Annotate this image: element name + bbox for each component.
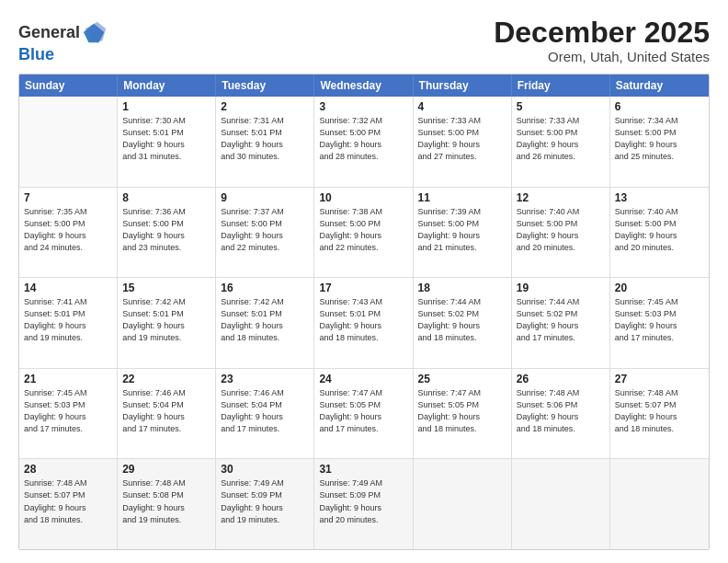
calendar-cell: 12Sunrise: 7:40 AMSunset: 5:00 PMDayligh… — [512, 188, 610, 278]
header-day-tuesday: Tuesday — [216, 75, 314, 97]
day-info: Sunrise: 7:49 AMSunset: 5:09 PMDaylight:… — [319, 477, 407, 525]
calendar-cell: 25Sunrise: 7:47 AMSunset: 5:05 PMDayligh… — [414, 369, 512, 459]
calendar-cell: 7Sunrise: 7:35 AMSunset: 5:00 PMDaylight… — [19, 188, 118, 278]
calendar-cell: 30Sunrise: 7:49 AMSunset: 5:09 PMDayligh… — [216, 459, 314, 549]
calendar-cell: 18Sunrise: 7:44 AMSunset: 5:02 PMDayligh… — [414, 278, 512, 368]
day-number: 25 — [418, 373, 506, 385]
calendar-header: SundayMondayTuesdayWednesdayThursdayFrid… — [19, 75, 709, 97]
day-info: Sunrise: 7:42 AMSunset: 5:01 PMDaylight:… — [122, 296, 210, 344]
header-day-thursday: Thursday — [414, 75, 512, 97]
calendar-cell: 21Sunrise: 7:45 AMSunset: 5:03 PMDayligh… — [19, 369, 118, 459]
day-number: 12 — [517, 191, 605, 204]
day-info: Sunrise: 7:47 AMSunset: 5:05 PMDaylight:… — [319, 387, 407, 435]
day-info: Sunrise: 7:41 AMSunset: 5:01 PMDaylight:… — [24, 296, 112, 344]
day-number: 18 — [418, 282, 506, 294]
day-number: 9 — [221, 191, 309, 204]
day-number: 19 — [517, 282, 605, 294]
calendar-cell — [512, 459, 610, 549]
calendar-cell: 1Sunrise: 7:30 AMSunset: 5:01 PMDaylight… — [118, 97, 216, 187]
day-number: 23 — [221, 373, 309, 385]
header-day-wednesday: Wednesday — [314, 75, 413, 97]
title-block: December 2025 Orem, Utah, United States — [494, 17, 710, 64]
day-number: 31 — [319, 463, 407, 476]
calendar-cell: 31Sunrise: 7:49 AMSunset: 5:09 PMDayligh… — [314, 459, 413, 549]
day-info: Sunrise: 7:46 AMSunset: 5:04 PMDaylight:… — [122, 387, 210, 435]
calendar-cell: 28Sunrise: 7:48 AMSunset: 5:07 PMDayligh… — [19, 459, 118, 549]
day-info: Sunrise: 7:42 AMSunset: 5:01 PMDaylight:… — [221, 296, 309, 344]
day-number: 2 — [221, 100, 309, 113]
calendar-cell: 3Sunrise: 7:32 AMSunset: 5:00 PMDaylight… — [314, 97, 413, 187]
calendar-cell: 22Sunrise: 7:46 AMSunset: 5:04 PMDayligh… — [118, 369, 216, 459]
calendar-cell: 16Sunrise: 7:42 AMSunset: 5:01 PMDayligh… — [216, 278, 314, 368]
calendar-cell: 10Sunrise: 7:38 AMSunset: 5:00 PMDayligh… — [314, 188, 413, 278]
logo-blue: Blue — [18, 46, 108, 64]
calendar: SundayMondayTuesdayWednesdayThursdayFrid… — [18, 74, 710, 550]
day-number: 7 — [24, 191, 112, 204]
calendar-cell: 24Sunrise: 7:47 AMSunset: 5:05 PMDayligh… — [314, 369, 413, 459]
day-number: 20 — [615, 282, 704, 294]
day-number: 1 — [122, 100, 210, 113]
calendar-cell: 23Sunrise: 7:46 AMSunset: 5:04 PMDayligh… — [216, 369, 314, 459]
day-info: Sunrise: 7:49 AMSunset: 5:09 PMDaylight:… — [221, 477, 309, 525]
day-number: 22 — [122, 373, 210, 385]
calendar-cell: 9Sunrise: 7:37 AMSunset: 5:00 PMDaylight… — [216, 188, 314, 278]
day-number: 28 — [24, 463, 112, 476]
calendar-row-5: 28Sunrise: 7:48 AMSunset: 5:07 PMDayligh… — [19, 459, 709, 549]
calendar-cell: 15Sunrise: 7:42 AMSunset: 5:01 PMDayligh… — [118, 278, 216, 368]
calendar-cell: 29Sunrise: 7:48 AMSunset: 5:08 PMDayligh… — [118, 459, 216, 549]
header-day-sunday: Sunday — [19, 75, 118, 97]
calendar-cell: 26Sunrise: 7:48 AMSunset: 5:06 PMDayligh… — [512, 369, 610, 459]
day-info: Sunrise: 7:39 AMSunset: 5:00 PMDaylight:… — [418, 206, 506, 254]
day-info: Sunrise: 7:38 AMSunset: 5:00 PMDaylight:… — [319, 206, 407, 254]
day-info: Sunrise: 7:31 AMSunset: 5:01 PMDaylight:… — [221, 115, 309, 163]
day-number: 6 — [615, 100, 704, 113]
calendar-cell: 14Sunrise: 7:41 AMSunset: 5:01 PMDayligh… — [19, 278, 118, 368]
day-number: 17 — [319, 282, 407, 294]
day-number: 3 — [319, 100, 407, 113]
calendar-title: December 2025 — [494, 17, 710, 49]
day-info: Sunrise: 7:48 AMSunset: 5:08 PMDaylight:… — [122, 477, 210, 525]
logo-general: General — [18, 24, 80, 42]
day-number: 15 — [122, 282, 210, 294]
day-number: 16 — [221, 282, 309, 294]
day-info: Sunrise: 7:36 AMSunset: 5:00 PMDaylight:… — [122, 206, 210, 254]
day-info: Sunrise: 7:40 AMSunset: 5:00 PMDaylight:… — [615, 206, 704, 254]
day-info: Sunrise: 7:34 AMSunset: 5:00 PMDaylight:… — [615, 115, 704, 163]
calendar-body: 1Sunrise: 7:30 AMSunset: 5:01 PMDaylight… — [19, 97, 709, 549]
calendar-row-4: 21Sunrise: 7:45 AMSunset: 5:03 PMDayligh… — [19, 369, 709, 460]
calendar-cell: 20Sunrise: 7:45 AMSunset: 5:03 PMDayligh… — [610, 278, 709, 368]
day-info: Sunrise: 7:48 AMSunset: 5:07 PMDaylight:… — [24, 477, 112, 525]
day-number: 27 — [615, 373, 704, 385]
day-info: Sunrise: 7:44 AMSunset: 5:02 PMDaylight:… — [418, 296, 506, 344]
day-number: 10 — [319, 191, 407, 204]
calendar-cell — [414, 459, 512, 549]
calendar-cell: 27Sunrise: 7:48 AMSunset: 5:07 PMDayligh… — [610, 369, 709, 459]
calendar-cell: 6Sunrise: 7:34 AMSunset: 5:00 PMDaylight… — [610, 97, 709, 187]
day-info: Sunrise: 7:45 AMSunset: 5:03 PMDaylight:… — [24, 387, 112, 435]
calendar-subtitle: Orem, Utah, United States — [494, 49, 710, 64]
calendar-cell: 13Sunrise: 7:40 AMSunset: 5:00 PMDayligh… — [610, 188, 709, 278]
header-day-monday: Monday — [118, 75, 216, 97]
calendar-cell: 17Sunrise: 7:43 AMSunset: 5:01 PMDayligh… — [314, 278, 413, 368]
logo-icon — [82, 20, 108, 46]
day-info: Sunrise: 7:43 AMSunset: 5:01 PMDaylight:… — [319, 296, 407, 344]
day-info: Sunrise: 7:44 AMSunset: 5:02 PMDaylight:… — [517, 296, 605, 344]
calendar-cell: 2Sunrise: 7:31 AMSunset: 5:01 PMDaylight… — [216, 97, 314, 187]
page: General Blue December 2025 Orem, Utah, U… — [0, 0, 728, 563]
day-info: Sunrise: 7:48 AMSunset: 5:06 PMDaylight:… — [517, 387, 605, 435]
calendar-cell: 8Sunrise: 7:36 AMSunset: 5:00 PMDaylight… — [118, 188, 216, 278]
day-number: 29 — [122, 463, 210, 476]
day-info: Sunrise: 7:46 AMSunset: 5:04 PMDaylight:… — [221, 387, 309, 435]
calendar-cell — [610, 459, 709, 549]
day-info: Sunrise: 7:48 AMSunset: 5:07 PMDaylight:… — [615, 387, 704, 435]
day-number: 14 — [24, 282, 112, 294]
calendar-row-2: 7Sunrise: 7:35 AMSunset: 5:00 PMDaylight… — [19, 188, 709, 279]
header-day-saturday: Saturday — [610, 75, 709, 97]
calendar-row-1: 1Sunrise: 7:30 AMSunset: 5:01 PMDaylight… — [19, 97, 709, 188]
day-info: Sunrise: 7:30 AMSunset: 5:01 PMDaylight:… — [122, 115, 210, 163]
calendar-cell: 5Sunrise: 7:33 AMSunset: 5:00 PMDaylight… — [512, 97, 610, 187]
calendar-cell — [19, 97, 118, 187]
day-number: 26 — [517, 373, 605, 385]
day-info: Sunrise: 7:47 AMSunset: 5:05 PMDaylight:… — [418, 387, 506, 435]
calendar-cell: 11Sunrise: 7:39 AMSunset: 5:00 PMDayligh… — [414, 188, 512, 278]
